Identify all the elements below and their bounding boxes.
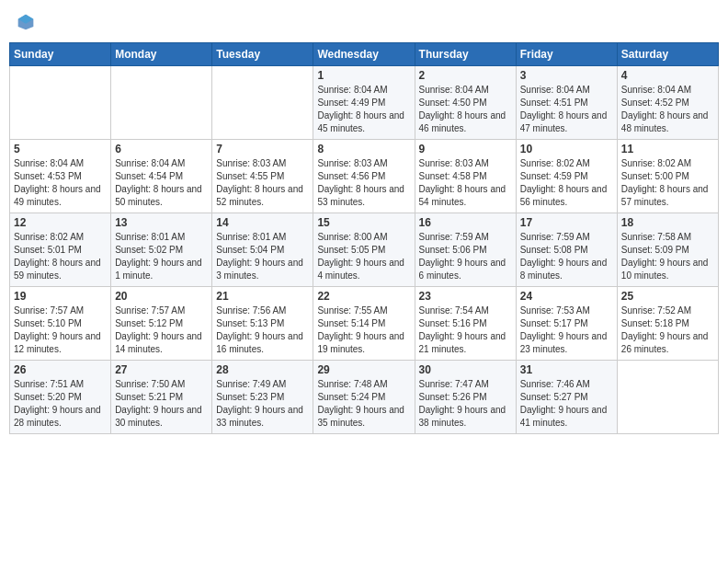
day-info: Sunrise: 8:00 AM Sunset: 5:05 PM Dayligh… (317, 231, 410, 282)
weekday-header: Sunday (10, 43, 111, 66)
day-number: 11 (621, 143, 714, 155)
calendar-cell: 1Sunrise: 8:04 AM Sunset: 4:49 PM Daylig… (313, 66, 415, 140)
day-number: 23 (419, 290, 512, 303)
calendar-table: SundayMondayTuesdayWednesdayThursdayFrid… (9, 42, 719, 434)
weekday-header: Monday (111, 43, 212, 66)
day-info: Sunrise: 7:58 AM Sunset: 5:09 PM Dayligh… (621, 231, 714, 282)
calendar-cell: 13Sunrise: 8:01 AM Sunset: 5:02 PM Dayli… (111, 213, 212, 287)
day-number: 28 (216, 363, 309, 376)
day-info: Sunrise: 7:57 AM Sunset: 5:12 PM Dayligh… (115, 304, 208, 356)
calendar-week-row: 12Sunrise: 8:02 AM Sunset: 5:01 PM Dayli… (10, 213, 719, 287)
day-number: 12 (14, 216, 107, 229)
day-number: 31 (520, 363, 613, 376)
calendar-cell (617, 361, 718, 434)
day-info: Sunrise: 8:03 AM Sunset: 4:58 PM Dayligh… (419, 157, 512, 209)
day-number: 16 (419, 216, 512, 229)
day-number: 27 (115, 363, 208, 376)
calendar-cell: 20Sunrise: 7:57 AM Sunset: 5:12 PM Dayli… (111, 287, 212, 361)
weekday-header: Tuesday (212, 43, 313, 66)
day-number: 22 (317, 290, 410, 303)
day-number: 29 (317, 363, 410, 376)
day-info: Sunrise: 8:04 AM Sunset: 4:51 PM Dayligh… (520, 84, 613, 135)
calendar-cell: 21Sunrise: 7:56 AM Sunset: 5:13 PM Dayli… (212, 287, 313, 361)
day-number: 3 (520, 69, 613, 82)
day-info: Sunrise: 7:56 AM Sunset: 5:13 PM Dayligh… (216, 304, 309, 356)
logo-icon (17, 13, 35, 31)
day-number: 20 (115, 290, 208, 303)
day-info: Sunrise: 8:04 AM Sunset: 4:50 PM Dayligh… (419, 84, 512, 135)
calendar-cell: 27Sunrise: 7:50 AM Sunset: 5:21 PM Dayli… (111, 361, 212, 434)
calendar-cell: 18Sunrise: 7:58 AM Sunset: 5:09 PM Dayli… (617, 213, 718, 287)
calendar-cell: 14Sunrise: 8:01 AM Sunset: 5:04 PM Dayli… (212, 213, 313, 287)
calendar-cell (111, 66, 212, 140)
day-number: 1 (317, 69, 410, 82)
calendar-cell: 12Sunrise: 8:02 AM Sunset: 5:01 PM Dayli… (10, 213, 111, 287)
day-number: 17 (520, 216, 613, 229)
day-info: Sunrise: 7:55 AM Sunset: 5:14 PM Dayligh… (317, 304, 410, 356)
day-info: Sunrise: 7:54 AM Sunset: 5:16 PM Dayligh… (419, 304, 512, 356)
calendar-cell: 24Sunrise: 7:53 AM Sunset: 5:17 PM Dayli… (516, 287, 617, 361)
calendar-cell: 23Sunrise: 7:54 AM Sunset: 5:16 PM Dayli… (415, 287, 516, 361)
day-number: 24 (520, 290, 613, 303)
day-info: Sunrise: 7:50 AM Sunset: 5:21 PM Dayligh… (115, 378, 208, 430)
calendar-week-row: 19Sunrise: 7:57 AM Sunset: 5:10 PM Dayli… (10, 287, 719, 361)
day-number: 30 (419, 363, 512, 376)
calendar-cell: 2Sunrise: 8:04 AM Sunset: 4:50 PM Daylig… (415, 66, 516, 140)
calendar-cell: 28Sunrise: 7:49 AM Sunset: 5:23 PM Dayli… (212, 361, 313, 434)
day-info: Sunrise: 8:04 AM Sunset: 4:49 PM Dayligh… (317, 84, 410, 135)
calendar-cell (212, 66, 313, 140)
day-number: 2 (419, 69, 512, 82)
calendar-week-row: 1Sunrise: 8:04 AM Sunset: 4:49 PM Daylig… (10, 66, 719, 140)
calendar-cell: 7Sunrise: 8:03 AM Sunset: 4:55 PM Daylig… (212, 140, 313, 213)
day-info: Sunrise: 7:52 AM Sunset: 5:18 PM Dayligh… (621, 304, 714, 356)
calendar-cell: 26Sunrise: 7:51 AM Sunset: 5:20 PM Dayli… (10, 361, 111, 434)
day-info: Sunrise: 7:59 AM Sunset: 5:06 PM Dayligh… (419, 231, 512, 282)
calendar-cell: 17Sunrise: 7:59 AM Sunset: 5:08 PM Dayli… (516, 213, 617, 287)
day-number: 9 (419, 143, 512, 155)
day-number: 19 (14, 290, 107, 303)
day-info: Sunrise: 7:59 AM Sunset: 5:08 PM Dayligh… (520, 231, 613, 282)
day-info: Sunrise: 8:04 AM Sunset: 4:53 PM Dayligh… (14, 157, 107, 209)
day-number: 13 (115, 216, 208, 229)
day-info: Sunrise: 8:02 AM Sunset: 5:01 PM Dayligh… (14, 231, 107, 282)
day-info: Sunrise: 7:53 AM Sunset: 5:17 PM Dayligh… (520, 304, 613, 356)
calendar-cell: 5Sunrise: 8:04 AM Sunset: 4:53 PM Daylig… (10, 140, 111, 213)
day-number: 8 (317, 143, 410, 155)
day-info: Sunrise: 8:02 AM Sunset: 5:00 PM Dayligh… (621, 157, 714, 209)
weekday-header: Wednesday (313, 43, 415, 66)
day-number: 18 (621, 216, 714, 229)
calendar-cell: 29Sunrise: 7:48 AM Sunset: 5:24 PM Dayli… (313, 361, 415, 434)
calendar-cell: 3Sunrise: 8:04 AM Sunset: 4:51 PM Daylig… (516, 66, 617, 140)
day-number: 14 (216, 216, 309, 229)
day-info: Sunrise: 8:03 AM Sunset: 4:56 PM Dayligh… (317, 157, 410, 209)
day-info: Sunrise: 7:49 AM Sunset: 5:23 PM Dayligh… (216, 378, 309, 430)
day-number: 4 (621, 69, 714, 82)
day-info: Sunrise: 7:48 AM Sunset: 5:24 PM Dayligh… (317, 378, 410, 430)
calendar-cell: 9Sunrise: 8:03 AM Sunset: 4:58 PM Daylig… (415, 140, 516, 213)
calendar-cell: 22Sunrise: 7:55 AM Sunset: 5:14 PM Dayli… (313, 287, 415, 361)
day-info: Sunrise: 7:46 AM Sunset: 5:27 PM Dayligh… (520, 378, 613, 430)
calendar-cell: 25Sunrise: 7:52 AM Sunset: 5:18 PM Dayli… (617, 287, 718, 361)
calendar-cell: 19Sunrise: 7:57 AM Sunset: 5:10 PM Dayli… (10, 287, 111, 361)
day-number: 15 (317, 216, 410, 229)
calendar-cell: 11Sunrise: 8:02 AM Sunset: 5:00 PM Dayli… (617, 140, 718, 213)
page-header (9, 9, 719, 35)
day-number: 26 (14, 363, 107, 376)
day-number: 25 (621, 290, 714, 303)
calendar-cell (10, 66, 111, 140)
calendar-cell: 8Sunrise: 8:03 AM Sunset: 4:56 PM Daylig… (313, 140, 415, 213)
day-info: Sunrise: 8:04 AM Sunset: 4:54 PM Dayligh… (115, 157, 208, 209)
day-info: Sunrise: 8:03 AM Sunset: 4:55 PM Dayligh… (216, 157, 309, 209)
calendar-cell: 30Sunrise: 7:47 AM Sunset: 5:26 PM Dayli… (415, 361, 516, 434)
weekday-header: Saturday (617, 43, 718, 66)
day-info: Sunrise: 7:47 AM Sunset: 5:26 PM Dayligh… (419, 378, 512, 430)
day-info: Sunrise: 7:57 AM Sunset: 5:10 PM Dayligh… (14, 304, 107, 356)
calendar-cell: 16Sunrise: 7:59 AM Sunset: 5:06 PM Dayli… (415, 213, 516, 287)
calendar-header-row: SundayMondayTuesdayWednesdayThursdayFrid… (10, 43, 719, 66)
calendar-cell: 15Sunrise: 8:00 AM Sunset: 5:05 PM Dayli… (313, 213, 415, 287)
calendar-week-row: 5Sunrise: 8:04 AM Sunset: 4:53 PM Daylig… (10, 140, 719, 213)
day-number: 5 (14, 143, 107, 155)
weekday-header: Thursday (415, 43, 516, 66)
day-number: 6 (115, 143, 208, 155)
logo (15, 13, 35, 31)
